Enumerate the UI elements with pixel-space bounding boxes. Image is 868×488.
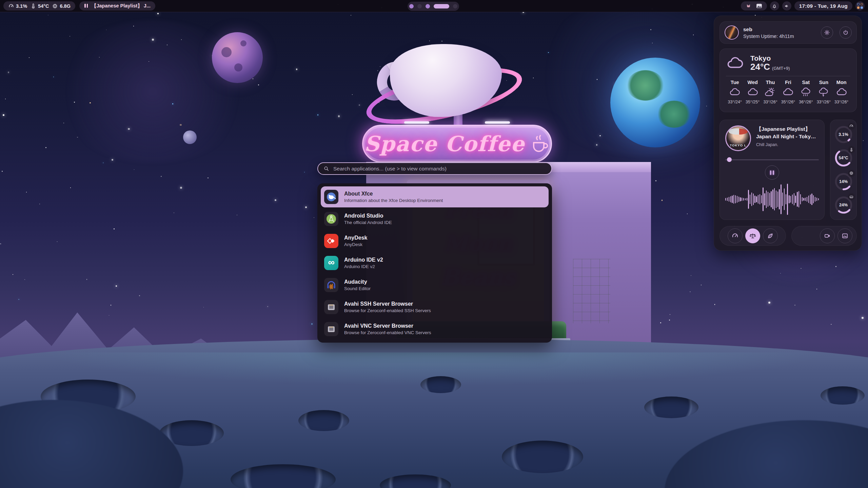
- temperature-gauge: 54°C: [834, 148, 853, 167]
- audio-visualizer: [725, 183, 819, 216]
- gear-icon: [824, 29, 830, 36]
- forecast-day: Thu 33°/26°: [762, 80, 779, 104]
- apps-grid-icon: [857, 3, 863, 9]
- pause-icon: [770, 170, 771, 175]
- desktop: Space Coffee Fresh Moon Beans: [0, 0, 868, 488]
- crater: [821, 386, 865, 405]
- sign-lamp: [404, 121, 429, 124]
- partly-sunny-icon: [765, 87, 776, 97]
- search-bar[interactable]: [317, 162, 552, 175]
- power-button[interactable]: [840, 26, 852, 39]
- cloudy-icon: [783, 87, 793, 97]
- purple-planet: [212, 32, 263, 83]
- screen-record-button[interactable]: [820, 228, 835, 243]
- anydesk-icon: [324, 234, 338, 248]
- weather-city: Tokyo: [750, 54, 790, 62]
- memory-stat: 6.8G: [52, 3, 70, 9]
- power-saver-mode-button[interactable]: [763, 228, 778, 243]
- app-row-about-xfce[interactable]: About Xfce Information about the Xfce De…: [321, 186, 549, 207]
- app-name: Android Studio: [344, 212, 392, 220]
- app-row-anydesk[interactable]: AnyDesk AnyDesk: [321, 230, 549, 251]
- app-name: AnyDesk: [344, 234, 367, 242]
- crater: [298, 410, 349, 431]
- forecast-day: Mon 33°/26°: [833, 80, 850, 104]
- forecast-row: Tue 33°/24° Wed 35°/25° Thu 33°/26° Fri: [726, 80, 850, 104]
- crater: [420, 376, 461, 393]
- wall-tiles: [573, 259, 610, 323]
- notifications-button[interactable]: [770, 1, 779, 11]
- app-row-arduino[interactable]: ∞ Arduino IDE v2 Arduino IDE v2: [321, 252, 549, 273]
- weather-widget[interactable]: Tokyo 24°C(GMT+9) Tue 33°/24° Wed 35°/25…: [719, 48, 857, 112]
- app-row-avahi-ssh[interactable]: Avahi SSH Server Browser Browse for Zero…: [321, 297, 549, 318]
- now-playing-chip[interactable]: 【Japanese Playlist】 J...: [79, 1, 155, 11]
- track-subtitle: Chill Japan.: [756, 142, 819, 147]
- workspace-switcher[interactable]: [408, 2, 459, 11]
- chip-icon: [848, 170, 855, 177]
- avatar[interactable]: [725, 25, 739, 40]
- cloudy-icon: [729, 87, 740, 97]
- control-center-panel: seb System Uptime: 4h11m Tokyo 24°C(GMT+…: [714, 16, 862, 251]
- app-row-avahi-vnc[interactable]: Avahi VNC Server Browser Browse for Zero…: [321, 319, 549, 340]
- weather-timezone: (GMT+9): [772, 66, 790, 71]
- app-name: Avahi VNC Server Browser: [344, 322, 431, 330]
- memory-gauge: 14%: [834, 172, 853, 191]
- performance-mode-button[interactable]: [728, 228, 743, 243]
- neon-sign-text: Space Coffee: [364, 131, 525, 156]
- system-tray[interactable]: [741, 1, 767, 11]
- volume-button[interactable]: [782, 1, 791, 11]
- app-desc: Browse for Zeroconf-enabled VNC Servers: [344, 330, 431, 336]
- storm-icon: [818, 87, 829, 97]
- workspace-dot-1[interactable]: [409, 4, 414, 8]
- settings-button[interactable]: [821, 26, 833, 39]
- app-name: Arduino IDE v2: [344, 256, 383, 264]
- drive-icon: [848, 193, 855, 200]
- temperature-stat: 54°C: [30, 3, 49, 9]
- app-results-panel: About Xfce Information about the Xfce De…: [317, 183, 552, 343]
- system-stats-chip[interactable]: 3.1% 54°C 6.8G: [3, 1, 75, 11]
- thermometer-icon: [30, 3, 36, 9]
- seek-bar[interactable]: [725, 157, 819, 162]
- workspace-dot-2[interactable]: [417, 4, 422, 8]
- forecast-day: Sun 33°/26°: [815, 80, 832, 104]
- pause-icon: [84, 3, 88, 9]
- forecast-day: Sat 36°/26°: [797, 80, 815, 104]
- system-uptime: System Uptime: 4h11m: [743, 34, 816, 39]
- user-name: seb: [743, 26, 816, 33]
- divider: [726, 76, 850, 76]
- workspace-dot-5[interactable]: [453, 4, 457, 8]
- cpu-stat: 3.1%: [8, 3, 27, 9]
- taskbar: 3.1% 54°C 6.8G 【Japanese Playlist】 J...: [0, 0, 868, 12]
- cloud-icon: [726, 56, 744, 70]
- crater: [644, 396, 698, 418]
- workspace-dot-3[interactable]: [426, 4, 430, 8]
- seek-track: [725, 159, 819, 160]
- app-menu-button[interactable]: [855, 1, 865, 11]
- pause-button[interactable]: [765, 165, 779, 180]
- media-player-widget: TOKYO L 【Japanese Playlist】 Japan All Ni…: [719, 120, 825, 220]
- thermometer-icon: [848, 146, 855, 153]
- chip-icon: [52, 3, 58, 9]
- balanced-mode-button[interactable]: [745, 228, 760, 243]
- app-desc: Browse for Zeroconf-enabled SSH Servers: [344, 308, 431, 314]
- app-desc: Information about the Xfce Desktop Envir…: [344, 198, 443, 204]
- workspace-dot-4[interactable]: [434, 4, 449, 8]
- app-desc: AnyDesk: [344, 242, 367, 248]
- search-input[interactable]: [333, 166, 546, 172]
- neon-sign: Space Coffee: [362, 125, 552, 163]
- clock[interactable]: 17:09 - Tue, 19 Aug: [794, 1, 852, 11]
- arduino-icon: ∞: [324, 256, 338, 270]
- forecast-day: Fri 35°/26°: [779, 80, 797, 104]
- app-desc: Arduino IDE v2: [344, 264, 383, 270]
- app-row-android-studio[interactable]: Android Studio The official Android IDE: [321, 208, 549, 229]
- picture-icon: [842, 232, 848, 239]
- wallpaper-icon[interactable]: [756, 3, 762, 8]
- album-art[interactable]: TOKYO L: [725, 125, 751, 151]
- app-row-audacity[interactable]: Audacity Sound Editor: [321, 274, 549, 296]
- bell-icon: [772, 3, 777, 9]
- seek-knob[interactable]: [727, 157, 732, 162]
- wallpaper-button[interactable]: [837, 228, 852, 243]
- forecast-day: Wed 35°/25°: [744, 80, 761, 104]
- forecast-day: Tue 33°/24°: [726, 80, 744, 104]
- tray-app-icon[interactable]: [746, 3, 751, 9]
- now-playing-label: 【Japanese Playlist】 J...: [92, 3, 151, 9]
